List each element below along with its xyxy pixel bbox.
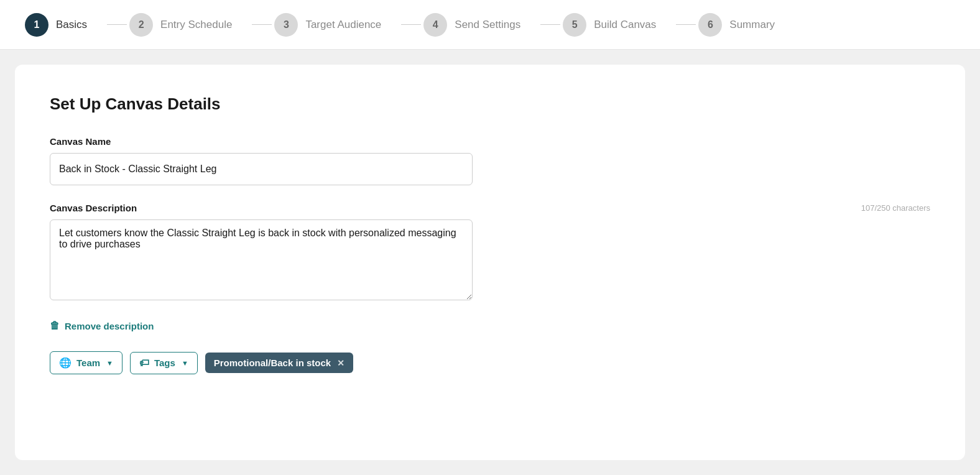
tags-chevron-icon: ▼ <box>182 359 188 367</box>
promotional-tag-chip[interactable]: Promotional/Back in stock ✕ <box>205 353 353 373</box>
canvas-name-label: Canvas Name <box>50 136 930 147</box>
step-circle-4: 4 <box>423 13 447 37</box>
description-label-row: Canvas Description 107/250 characters <box>50 203 930 213</box>
step-circle-5: 5 <box>563 13 586 37</box>
step-entry-schedule[interactable]: 2 Entry Schedule <box>129 13 249 37</box>
step-circle-2: 2 <box>129 13 153 37</box>
step-divider-3 <box>401 24 421 25</box>
canvas-description-group: Canvas Description 107/250 characters Le… <box>50 203 930 303</box>
canvas-name-group: Canvas Name <box>50 136 930 185</box>
tags-dropdown-button[interactable]: 🏷 Tags ▼ <box>130 352 198 374</box>
step-build-canvas[interactable]: 5 Build Canvas <box>563 13 673 37</box>
tag-chip-close-icon[interactable]: ✕ <box>337 358 344 368</box>
step-label-send-settings: Send Settings <box>455 19 520 31</box>
canvas-name-input[interactable] <box>50 153 473 185</box>
step-label-target-audience: Target Audience <box>305 19 381 31</box>
step-divider-2 <box>252 24 272 25</box>
stepper: 1 Basics 2 Entry Schedule 3 Target Audie… <box>0 0 980 50</box>
step-divider-4 <box>540 24 560 25</box>
step-circle-6: 6 <box>698 13 722 37</box>
canvas-description-textarea[interactable]: Let customers know the Classic Straight … <box>50 219 473 300</box>
textarea-wrapper: Let customers know the Classic Straight … <box>50 219 473 303</box>
step-target-audience[interactable]: 3 Target Audience <box>274 13 399 37</box>
team-chevron-icon: ▼ <box>106 359 113 367</box>
step-summary[interactable]: 6 Summary <box>698 13 792 37</box>
team-dropdown-button[interactable]: 🌐 Team ▼ <box>50 351 122 374</box>
step-divider-5 <box>676 24 696 25</box>
remove-description-link[interactable]: 🗑 Remove description <box>50 320 154 331</box>
section-title: Set Up Canvas Details <box>50 95 930 114</box>
step-divider-1 <box>107 24 127 25</box>
canvas-description-label: Canvas Description <box>50 203 137 213</box>
step-label-entry-schedule: Entry Schedule <box>160 19 232 31</box>
step-circle-1: 1 <box>25 13 49 37</box>
trash-icon: 🗑 <box>50 320 60 331</box>
tags-row: 🌐 Team ▼ 🏷 Tags ▼ Promotional/Back in st… <box>50 351 930 374</box>
tags-button-label: Tags <box>154 357 175 368</box>
tag-icon: 🏷 <box>139 357 149 369</box>
canvas-card: Set Up Canvas Details Canvas Name Canvas… <box>15 65 965 460</box>
step-label-summary: Summary <box>729 19 775 31</box>
step-basics[interactable]: 1 Basics <box>25 13 104 37</box>
globe-icon: 🌐 <box>59 357 72 369</box>
step-circle-3: 3 <box>274 13 298 37</box>
team-button-label: Team <box>76 357 100 368</box>
main-content: Set Up Canvas Details Canvas Name Canvas… <box>0 50 980 475</box>
step-label-basics: Basics <box>56 19 87 31</box>
step-label-build-canvas: Build Canvas <box>594 19 656 31</box>
remove-description-label: Remove description <box>65 321 154 331</box>
step-send-settings[interactable]: 4 Send Settings <box>423 13 538 37</box>
tag-chip-label: Promotional/Back in stock <box>214 357 331 368</box>
char-count: 107/250 characters <box>861 203 930 213</box>
